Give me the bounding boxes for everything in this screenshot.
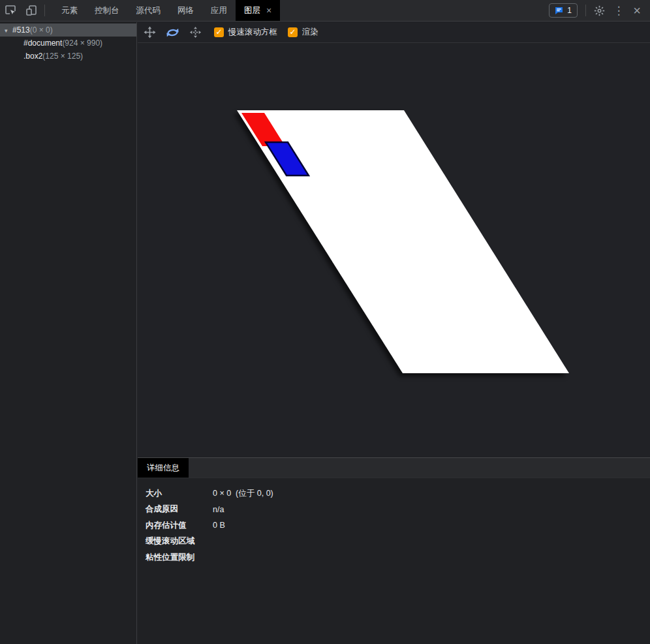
reset-view-icon[interactable]: [187, 24, 204, 41]
devtools-tabbar: 元素 控制台 源代码 网络 应用 图层 × 1: [0, 0, 650, 22]
tab-details[interactable]: 详细信息: [138, 458, 189, 478]
tab-layers[interactable]: 图层 ×: [236, 0, 280, 21]
tab-application[interactable]: 应用: [202, 0, 236, 21]
checkbox-checked-icon: ✓: [214, 27, 224, 37]
detail-label: 合成原因: [146, 504, 213, 515]
inspect-element-icon[interactable]: [0, 2, 21, 19]
chevron-down-icon[interactable]: ▾: [5, 24, 12, 37]
checkbox-checked-icon: ✓: [288, 27, 298, 37]
detail-label: 粘性位置限制: [146, 552, 213, 563]
detail-label: 大小: [146, 488, 213, 499]
layer-name: #513: [12, 25, 30, 35]
device-toolbar-icon[interactable]: [21, 2, 42, 19]
settings-gear-icon[interactable]: [589, 2, 610, 19]
layer-tree-item-document[interactable]: #document(924 × 990): [0, 37, 136, 50]
slow-scroll-rects-checkbox[interactable]: ✓ 慢速滚动方框: [214, 27, 277, 38]
details-panel-body: 大小 0 × 0 (位于 0, 0) 合成原因 n/a 内存估计值 0 B 缓慢…: [138, 479, 650, 644]
layers-toolbar: ✓ 慢速滚动方框 ✓ 渲染: [138, 22, 650, 43]
tabbar-right-controls: 1 ⋮ ×: [549, 2, 650, 19]
detail-row-compositing-reason: 合成原因 n/a: [138, 502, 650, 518]
layer-dimensions: (924 × 990): [62, 38, 102, 48]
detail-label: 缓慢滚动区域: [146, 536, 213, 547]
layer-tree-sidebar: ▾#513(0 × 0) #document(924 × 990) .box2(…: [0, 22, 137, 644]
details-panel-header: 详细信息: [138, 457, 650, 478]
panel-tabs: 元素 控制台 源代码 网络 应用 图层 ×: [53, 0, 280, 21]
detail-row-sticky-constraints: 粘性位置限制: [138, 549, 650, 566]
tab-close-icon[interactable]: ×: [266, 6, 271, 15]
issues-count: 1: [567, 6, 572, 15]
detail-label: 内存估计值: [146, 520, 213, 531]
paints-checkbox[interactable]: ✓ 渲染: [288, 27, 318, 38]
toolbar-divider: [44, 5, 45, 16]
detail-value: n/a: [213, 505, 224, 514]
toolbar-divider: [585, 5, 586, 16]
checkbox-label: 慢速滚动方框: [228, 27, 277, 38]
detail-row-size: 大小 0 × 0 (位于 0, 0): [138, 485, 650, 502]
tab-network[interactable]: 网络: [169, 0, 202, 21]
checkbox-label: 渲染: [302, 27, 318, 38]
rotate-mode-icon[interactable]: [164, 24, 181, 41]
layers-3d-canvas[interactable]: [138, 44, 650, 457]
close-devtools-icon[interactable]: ×: [628, 3, 646, 18]
layer-name: #document: [23, 38, 62, 48]
issues-chat-icon: [555, 7, 563, 15]
tab-sources[interactable]: 源代码: [128, 0, 170, 21]
tab-console[interactable]: 控制台: [86, 0, 128, 21]
more-options-icon[interactable]: ⋮: [610, 4, 628, 18]
devtools-window: 元素 控制台 源代码 网络 应用 图层 × 1: [0, 0, 650, 644]
layer-dimensions: (125 × 125): [42, 52, 83, 61]
layer-name: .box2: [23, 52, 42, 61]
tab-layers-label: 图层: [244, 5, 260, 16]
layer-tree-item-box2[interactable]: .box2(125 × 125): [0, 50, 136, 63]
issues-button[interactable]: 1: [549, 3, 578, 18]
layer-dimensions: (0 × 0): [30, 25, 53, 35]
layers-3d-scene: [138, 44, 650, 457]
detail-row-memory-estimate: 内存估计值 0 B: [138, 517, 650, 534]
detail-value: 0 B: [213, 521, 225, 530]
detail-value: 0 × 0 (位于 0, 0): [213, 488, 273, 499]
detail-row-slow-scroll-regions: 缓慢滚动区域: [138, 534, 650, 550]
tab-elements[interactable]: 元素: [53, 0, 86, 21]
pan-mode-icon[interactable]: [141, 24, 158, 41]
layers-panel-main: ✓ 慢速滚动方框 ✓ 渲染 详细信息 大小 0 × 0 (位于 0, 0): [138, 22, 650, 644]
layer-tree-item-513[interactable]: ▾#513(0 × 0): [0, 23, 136, 37]
